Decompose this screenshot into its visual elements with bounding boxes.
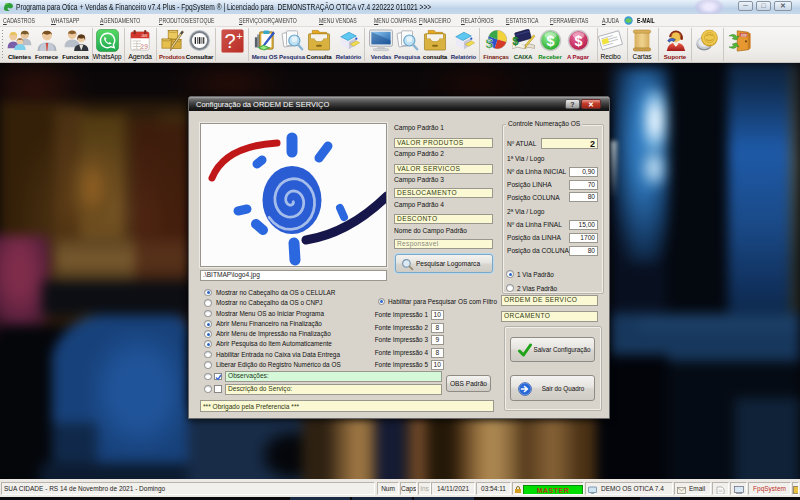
- svg-text:$: $: [512, 35, 518, 47]
- svg-text:$: $: [574, 33, 582, 49]
- svg-text:?: ?: [224, 30, 235, 52]
- svg-text:EXIT: EXIT: [740, 33, 747, 37]
- svg-text:$: $: [485, 36, 493, 51]
- svg-text:JAN: JAN: [141, 34, 148, 38]
- svg-text:+: +: [236, 30, 242, 42]
- svg-text:$: $: [546, 33, 554, 49]
- svg-text:29: 29: [140, 43, 148, 50]
